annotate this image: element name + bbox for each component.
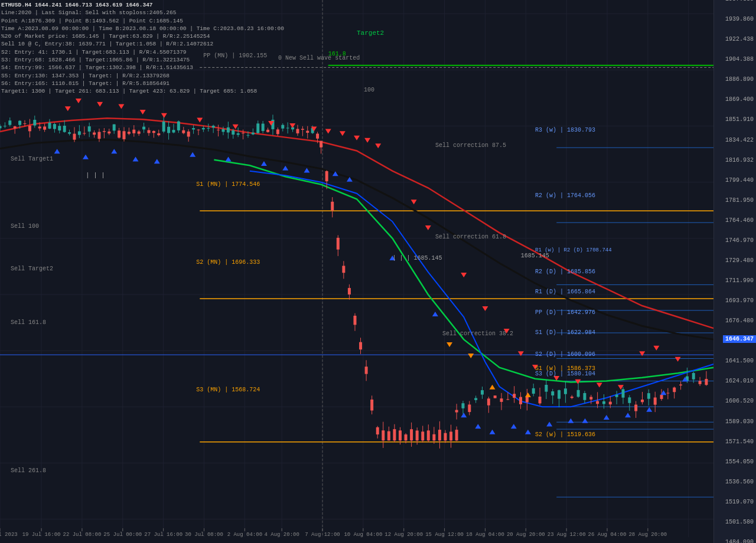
price-label-15: 1693.970: [725, 297, 754, 304]
price-label-18: 1641.500: [725, 358, 754, 364]
price-label-11: 1764.460: [725, 217, 754, 224]
price-label-2: 1922.438: [725, 36, 754, 42]
price-label-27: 1484.090: [725, 539, 754, 543]
price-label-7: 1834.422: [725, 137, 754, 143]
info-line-3: Time A:2023.08.09 00:00:00 | Time B:2023…: [1, 25, 284, 32]
price-label-12: 1746.970: [725, 237, 754, 244]
price-label-13: 1729.480: [725, 257, 754, 264]
info-line-9: S5: Entry:130: 1347.353 | Target: | R/R:…: [1, 72, 284, 80]
price-label-24: 1536.560: [725, 479, 754, 485]
price-label-9: 1799.440: [725, 177, 754, 184]
info-line-8: S4: Entry:99: 1566.637 | Target:1302.398…: [1, 64, 284, 71]
price-label-0: 1957.380: [725, 0, 754, 2]
price-label-8: 1816.932: [725, 157, 754, 163]
chart-container: 1957.3801939.8601922.4381904.3881886.890…: [0, 0, 756, 543]
price-label-14: 1711.990: [725, 277, 754, 284]
price-label-10: 1781.950: [725, 197, 754, 204]
price-label-5: 1869.400: [725, 96, 754, 103]
info-line-0: ETHUSD.H4 1644.241 1646.713 1643.619 164…: [1, 1, 284, 9]
current-price-label: 1646.347: [723, 335, 756, 343]
price-label-20: 1606.520: [725, 398, 754, 404]
info-line-10: S6: Entry:165: 1110.815 | Target: | R/R:…: [1, 80, 284, 87]
info-line-5: Sell 10 @ C, Entry:38: 1639.771 | Target…: [1, 40, 284, 48]
price-label-26: 1501.580: [725, 519, 754, 525]
price-label-23: 1554.050: [725, 459, 754, 465]
price-label-4: 1886.890: [725, 76, 754, 83]
info-line-4: %20 of Market price: 1685.145 | Target:6…: [1, 32, 284, 40]
price-label-6: 1851.910: [725, 116, 754, 123]
price-label-25: 1519.070: [725, 499, 754, 505]
info-line-6: S2: Entry: 41: 1730.1 | Target:683.113 |…: [1, 48, 284, 56]
price-label-19: 1624.010: [725, 378, 754, 384]
info-line-7: S3: Entry:68: 1828.466 | Target:1065.86 …: [1, 56, 284, 64]
info-line-1: Line:2020 | Last Signal: Sell with stopl…: [1, 9, 284, 17]
price-label-3: 1904.388: [725, 56, 754, 63]
info-panel: ETHUSD.H4 1644.241 1646.713 1643.619 164…: [1, 1, 284, 96]
info-line-11: Target1: 1300 | Target 261: 683.113 | Ta…: [1, 87, 284, 95]
price-label-1: 1939.860: [725, 16, 754, 22]
price-label-16: 1676.480: [725, 318, 754, 324]
price-label-22: 1571.540: [725, 439, 754, 445]
price-label-21: 1589.030: [725, 418, 754, 425]
info-line-2: Point A:1876.309 | Point B:1493.562 | Po…: [1, 17, 284, 25]
price-axis: 1957.3801939.8601922.4381904.3881886.890…: [713, 0, 756, 543]
